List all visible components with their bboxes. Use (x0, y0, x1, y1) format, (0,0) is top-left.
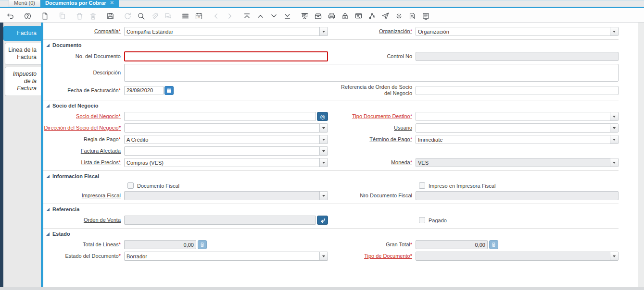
find-icon[interactable] (137, 12, 146, 21)
description-textarea[interactable] (124, 64, 619, 82)
price-list-combobox[interactable] (124, 158, 328, 167)
dropdown-arrow-icon[interactable] (610, 27, 618, 36)
close-tab-icon[interactable]: ✕ (110, 0, 114, 5)
doc-status-combobox[interactable] (124, 252, 328, 261)
total-lines-label: Total de Líneas* (43, 242, 124, 248)
dropdown-arrow-icon[interactable] (610, 112, 618, 121)
document-no-input[interactable] (124, 51, 328, 61)
business-partner-input[interactable] (124, 112, 316, 121)
payment-rule-input[interactable] (125, 135, 319, 144)
dropdown-arrow-icon[interactable] (319, 124, 328, 132)
report-view-icon[interactable] (421, 12, 430, 21)
company-combobox[interactable] (124, 27, 328, 36)
payment-term-input[interactable] (416, 135, 610, 144)
report-icon[interactable] (300, 12, 309, 21)
affected-invoice-combobox[interactable] (124, 146, 328, 156)
collapse-arrow-icon[interactable] (46, 232, 50, 236)
workflow-icon[interactable] (367, 12, 377, 21)
bp-order-ref-label: Referencia de Orden de Socio del Negocio (335, 84, 416, 97)
business-partner-search-button[interactable]: ◎ (317, 112, 328, 121)
calendar-button[interactable] (164, 86, 174, 95)
fiscal-document-checkbox[interactable] (127, 182, 134, 189)
currency-label[interactable]: Moneda* (335, 159, 416, 166)
tab-documentos-por-cobrar[interactable]: Documentos por Cobrar ✕ (40, 0, 119, 7)
payment-term-label[interactable]: Término de Pago* (335, 136, 416, 143)
affected-invoice-label[interactable]: Factura Afectada (43, 148, 124, 154)
user-input[interactable] (416, 124, 610, 132)
printed-fiscal-checkbox[interactable] (419, 182, 425, 189)
grid-toggle-icon[interactable] (181, 12, 190, 21)
scrollbar-track[interactable] (638, 23, 644, 290)
invoice-date-input[interactable] (124, 86, 164, 95)
sidebar: Factura Linea de la Factura Impuesto de … (0, 23, 41, 287)
price-list-input[interactable] (125, 158, 319, 167)
paid-checkbox[interactable] (419, 217, 425, 223)
save-icon[interactable] (106, 12, 115, 21)
bp-address-label[interactable]: Dirección del Socio del Negocio* (43, 125, 124, 131)
grand-total-calculator-button[interactable] (489, 240, 498, 249)
help-icon[interactable] (23, 12, 32, 21)
collapse-arrow-icon[interactable] (46, 44, 50, 47)
sidebar-tab-linea-de-la-factura[interactable]: Linea de la Factura (5, 43, 41, 65)
print-preview-icon[interactable] (354, 12, 363, 21)
organization-input[interactable] (416, 27, 610, 36)
delete-record-icon (75, 12, 84, 21)
archive-icon[interactable] (314, 12, 323, 21)
dropdown-arrow-icon[interactable] (319, 135, 328, 144)
sales-order-zoom-button[interactable] (317, 216, 328, 225)
dropdown-arrow-icon[interactable] (319, 27, 328, 36)
printed-fiscal-label: Impreso en Impresora Fiscal (429, 183, 495, 189)
parent-record-icon[interactable] (256, 12, 265, 21)
dropdown-arrow-icon[interactable] (319, 252, 328, 260)
print-icon[interactable] (327, 12, 336, 21)
send-icon[interactable] (381, 12, 390, 21)
undo-icon[interactable] (6, 12, 15, 21)
dropdown-arrow-icon[interactable] (319, 158, 328, 167)
lock-icon[interactable] (341, 12, 350, 21)
user-combobox[interactable] (416, 123, 619, 133)
section-title: Socio del Negocio (52, 103, 98, 109)
section-title: Documento (52, 42, 82, 48)
affected-invoice-input[interactable] (125, 147, 319, 155)
document-search-icon[interactable] (408, 12, 417, 21)
organization-label: Organización* (335, 28, 416, 35)
total-lines-calculator-button[interactable] (198, 240, 207, 249)
fiscal-printer-label[interactable]: Impresora Fiscal (43, 193, 124, 199)
delete-selection-icon (88, 12, 98, 21)
history-calendar-icon[interactable]: 31 (194, 12, 203, 21)
sidebar-tab-factura[interactable]: Factura (3, 26, 41, 41)
new-record-icon[interactable] (40, 12, 50, 21)
bp-order-ref-input[interactable] (416, 86, 619, 95)
payment-rule-label: Regla de Pago* (43, 136, 124, 143)
doc-type-label[interactable]: Tipo de Documento* (335, 253, 416, 259)
business-partner-label[interactable]: Socio del Negocio* (43, 113, 124, 120)
sidebar-tab-impuesto-de-la-factura[interactable]: Impuesto de la Factura (5, 67, 41, 96)
svg-text:31: 31 (198, 16, 201, 18)
price-list-label[interactable]: Lista de Precios* (43, 159, 124, 166)
collapse-arrow-icon[interactable] (46, 175, 50, 178)
bp-address-input[interactable] (125, 124, 319, 132)
dropdown-arrow-icon[interactable] (319, 147, 328, 155)
last-record-icon[interactable] (283, 12, 292, 21)
control-no-input (416, 52, 619, 61)
sales-order-label[interactable]: Orden de Venta (43, 217, 124, 223)
target-doc-type-input[interactable] (416, 112, 610, 121)
collapse-arrow-icon[interactable] (46, 208, 50, 211)
payment-term-combobox[interactable] (416, 135, 619, 144)
payment-rule-combobox[interactable] (124, 135, 328, 144)
dropdown-arrow-icon[interactable] (610, 124, 618, 132)
doc-status-input[interactable] (125, 252, 319, 260)
tab-menu[interactable]: Menú (0) (9, 0, 40, 7)
bp-address-combobox[interactable] (124, 123, 328, 133)
dropdown-arrow-icon[interactable] (610, 135, 618, 144)
first-record-icon[interactable] (242, 12, 252, 21)
detail-record-icon[interactable] (269, 12, 278, 21)
collapse-arrow-icon[interactable] (46, 104, 50, 108)
fiscal-doc-no-label: Nro Documento Fiscal (335, 193, 416, 199)
preferences-gear-icon[interactable] (394, 12, 404, 21)
organization-combobox[interactable] (416, 27, 619, 36)
target-doc-type-label[interactable]: Tipo Documento Destino* (335, 113, 416, 120)
target-doc-type-combobox[interactable] (416, 112, 619, 121)
company-input[interactable] (125, 27, 319, 36)
user-label[interactable]: Usuario (335, 125, 416, 131)
